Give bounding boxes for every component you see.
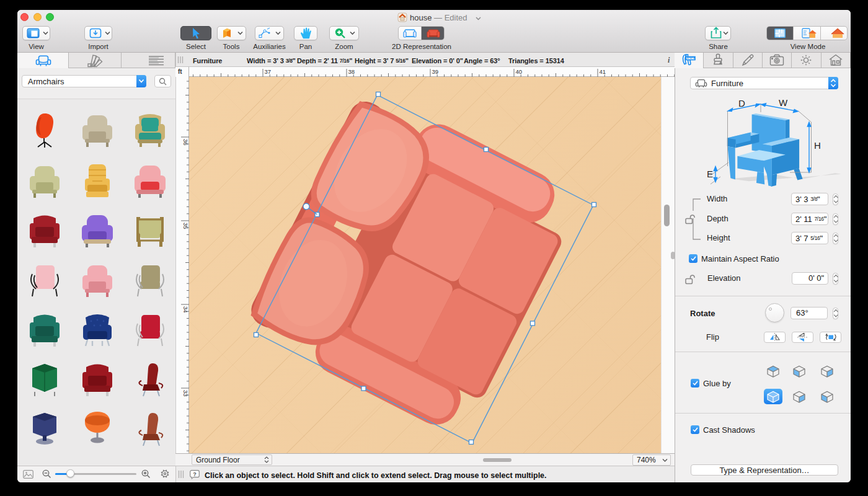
svg-text:H: H <box>814 140 821 151</box>
svg-text:40: 40 <box>516 68 523 75</box>
svg-text:E: E <box>707 169 713 179</box>
svg-text:?: ? <box>193 471 197 477</box>
svg-text:33: 33 <box>182 390 189 397</box>
svg-text:41: 41 <box>600 68 606 75</box>
svg-text:37: 37 <box>265 68 272 75</box>
svg-text:D: D <box>738 98 745 108</box>
svg-text:W: W <box>779 97 788 108</box>
svg-text:36: 36 <box>182 139 189 146</box>
svg-text:38: 38 <box>348 68 355 75</box>
svg-text:34: 34 <box>182 306 189 313</box>
svg-text:35: 35 <box>182 223 189 229</box>
svg-text:39: 39 <box>432 68 439 75</box>
